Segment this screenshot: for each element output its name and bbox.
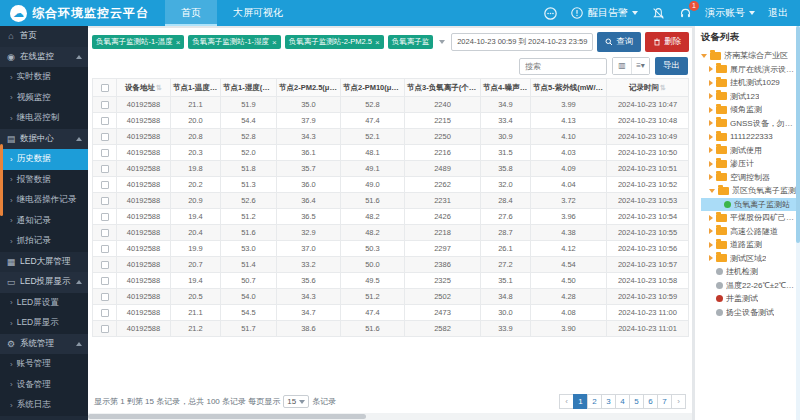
page-size-select[interactable]: 15	[283, 395, 309, 408]
chevron-right-icon[interactable]	[709, 161, 713, 167]
sidebar-item[interactable]: ›历史数据	[0, 149, 88, 170]
query-button[interactable]: 查询	[597, 32, 641, 52]
tree-node[interactable]: 渗压计	[701, 157, 798, 171]
tree-node[interactable]: 温度22-26℃±2℃湿度45	[701, 279, 798, 293]
next-page-button[interactable]: ›	[671, 394, 686, 409]
page-button[interactable]: 2	[587, 394, 602, 409]
column-header[interactable]: 节点1-湿度(%RH)⇅	[221, 79, 277, 97]
columns-filter-icon[interactable]: ≡▾	[631, 58, 649, 74]
sidebar-item[interactable]: ›实时数据	[0, 67, 88, 88]
sidebar-item[interactable]: ▤数据中心	[0, 129, 88, 150]
chevron-right-icon[interactable]	[709, 93, 713, 99]
chevron-right-icon[interactable]	[709, 147, 713, 153]
tree-node[interactable]: 1111222333	[701, 130, 798, 144]
chevron-right-icon[interactable]	[709, 174, 713, 180]
sidebar-item[interactable]: ›视频监控	[0, 88, 88, 109]
column-header[interactable]: 节点1-温度(℃)⇅	[171, 79, 221, 97]
date-range-input[interactable]: 2024-10-23 00:59 到 2024-10-23 23:59	[451, 33, 593, 51]
chevron-right-icon[interactable]	[709, 228, 713, 234]
column-header[interactable]: 节点3-负氧离子(个/cm³)⇅	[405, 79, 481, 97]
row-checkbox[interactable]	[101, 101, 109, 109]
column-header[interactable]: 节点2-PM10(μg/m³)⇅	[341, 79, 405, 97]
filter-tag-truncated[interactable]: 负氧离子监	[388, 35, 434, 49]
tree-node[interactable]: 测试区域2	[701, 252, 798, 266]
message-icon[interactable]	[543, 6, 557, 20]
chevron-right-icon[interactable]	[709, 242, 713, 248]
panel-scrollbar[interactable]	[796, 26, 800, 420]
chevron-right-icon[interactable]	[709, 80, 713, 86]
page-button[interactable]: 5	[629, 394, 644, 409]
tree-node[interactable]: 道路监测	[701, 238, 798, 252]
tree-node[interactable]: 挂机测试1029	[701, 76, 798, 90]
row-checkbox[interactable]	[101, 309, 109, 317]
remove-tag-icon[interactable]: ×	[272, 38, 277, 47]
row-checkbox[interactable]	[101, 149, 109, 157]
logout-button[interactable]: 退出	[768, 6, 788, 20]
chevron-right-icon[interactable]	[709, 120, 713, 126]
filter-tag[interactable]: 负氧离子监测站-1-湿度×	[188, 35, 280, 49]
export-button[interactable]: 导出	[655, 57, 688, 75]
prev-page-button[interactable]: ‹	[559, 394, 574, 409]
topbar-nav-item[interactable]: 首页	[165, 0, 217, 26]
sort-icon[interactable]: ⇅	[660, 84, 666, 91]
sort-icon[interactable]: ⇅	[156, 84, 162, 91]
chevron-right-icon[interactable]	[709, 134, 713, 140]
tree-node[interactable]: 空调控制器	[701, 171, 798, 185]
toggle-view-icon[interactable]: ▥	[613, 58, 631, 74]
page-button[interactable]: 6	[643, 394, 658, 409]
column-header[interactable]: 节点5-紫外线(mW/cm²)⇅	[531, 79, 607, 97]
row-checkbox[interactable]	[101, 245, 109, 253]
chevron-right-icon[interactable]	[709, 255, 713, 261]
tree-node[interactable]: 负氧离子监测站	[701, 198, 798, 212]
row-checkbox[interactable]	[101, 181, 109, 189]
row-checkbox[interactable]	[101, 133, 109, 141]
row-checkbox[interactable]	[101, 197, 109, 205]
sidebar-item[interactable]: ⚙系统管理	[0, 334, 88, 355]
column-header[interactable]: 设备地址⇅	[117, 79, 171, 97]
sidebar-item[interactable]: ›抓拍记录	[0, 231, 88, 252]
sidebar-item[interactable]: ◉在线监控	[0, 47, 88, 68]
row-checkbox[interactable]	[101, 165, 109, 173]
tree-node[interactable]: 挂机检测	[701, 265, 798, 279]
sidebar-item[interactable]: ›继电器控制	[0, 108, 88, 129]
tree-node[interactable]: 展厅在线演示设备（勿动）	[701, 63, 798, 77]
tree-node[interactable]: 倾角监测	[701, 103, 798, 117]
tree-node[interactable]: 测试使用	[701, 144, 798, 158]
mute-bell-icon[interactable]	[651, 6, 665, 20]
alert-menu[interactable]: 醒目告警	[570, 6, 638, 20]
row-checkbox[interactable]	[101, 277, 109, 285]
filter-tag[interactable]: 负氧离子监测站-2-PM2.5×	[285, 35, 384, 49]
search-input[interactable]	[519, 58, 607, 75]
tree-node[interactable]: 景区负氧离子监测	[701, 184, 798, 198]
sidebar-scrollbar[interactable]	[0, 144, 3, 216]
tree-node[interactable]: GNSS设备，勿动勿改	[701, 117, 798, 131]
sidebar-item[interactable]: ›账号管理	[0, 354, 88, 375]
sidebar-item[interactable]: ›LED屏设置	[0, 293, 88, 314]
row-checkbox[interactable]	[101, 325, 109, 333]
column-header[interactable]: 记录时间⇅	[607, 79, 689, 97]
column-header[interactable]: 节点4-噪声(dB)⇅	[481, 79, 531, 97]
chevron-right-icon[interactable]	[709, 107, 713, 113]
row-checkbox[interactable]	[101, 117, 109, 125]
remove-tag-icon[interactable]: ×	[176, 38, 181, 47]
horizontal-scrollbar[interactable]	[88, 413, 692, 420]
tree-node[interactable]: 高速公路隧道	[701, 225, 798, 239]
account-menu[interactable]: 演示账号	[705, 6, 755, 20]
sidebar-item[interactable]: ›系统日志	[0, 395, 88, 416]
tags-dropdown-icon[interactable]	[439, 40, 445, 44]
page-button[interactable]: 4	[615, 394, 630, 409]
tree-node[interactable]: 测试123	[701, 90, 798, 104]
row-checkbox[interactable]	[101, 213, 109, 221]
filter-tag[interactable]: 负氧离子监测站-1-温度×	[92, 35, 184, 49]
page-button[interactable]: 3	[601, 394, 616, 409]
remove-tag-icon[interactable]: ×	[375, 38, 380, 47]
sidebar-item[interactable]: ›报警数据	[0, 170, 88, 191]
tree-node[interactable]: 济南某综合产业区	[701, 49, 798, 63]
tree-node[interactable]: 井盖测试	[701, 292, 798, 306]
row-checkbox[interactable]	[101, 229, 109, 237]
sidebar-item[interactable]: ▦LED大屏管理	[0, 252, 88, 273]
row-checkbox[interactable]	[101, 261, 109, 269]
page-button[interactable]: 1	[573, 394, 588, 409]
sidebar-item[interactable]: ›LED屏显示	[0, 313, 88, 334]
chevron-down-icon[interactable]	[701, 54, 707, 58]
